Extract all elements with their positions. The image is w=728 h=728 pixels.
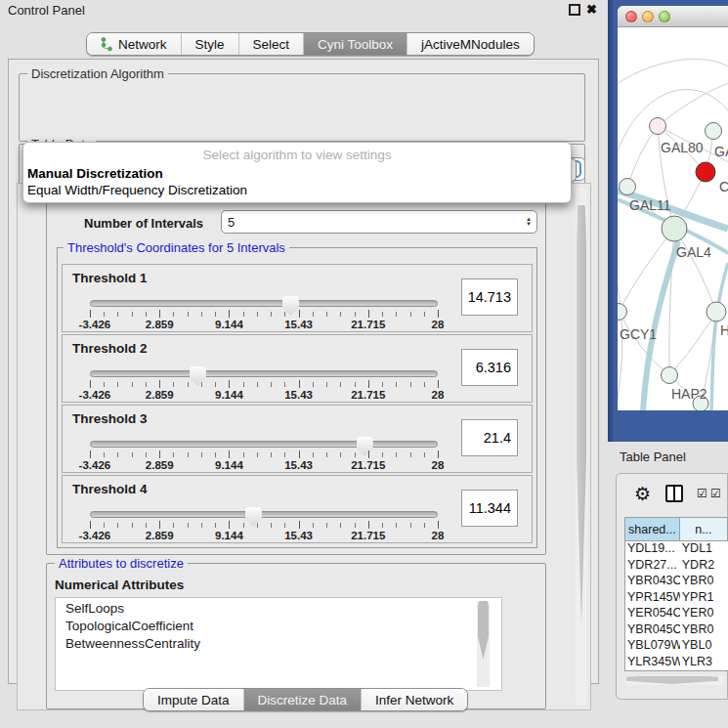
attributes-scrollbar[interactable]: [477, 601, 490, 687]
network-canvas[interactable]: GAL80 GA C GAL11 GAL4 GCY1 H HAP2: [618, 28, 728, 410]
control-panel: Control Panel ✖ Network Style Select Cyn…: [0, 0, 606, 728]
columns-icon[interactable]: [665, 485, 683, 502]
node-attribute-table: shared... n... YDL19...YDL1YDR27...YDR2Y…: [624, 517, 728, 671]
table-row[interactable]: YPR145WYPR1: [625, 590, 728, 607]
node[interactable]: [662, 367, 678, 384]
bottom-tab-bar: Impute Data Discretize Data Infer Networ…: [143, 688, 468, 711]
table-cell[interactable]: YLR3: [680, 655, 728, 671]
table-cell[interactable]: YDR27...: [625, 558, 680, 575]
tab-label: Select: [253, 37, 290, 52]
tick-label: -3.426: [79, 530, 111, 541]
slider-track[interactable]: [90, 370, 438, 377]
slider-track[interactable]: [90, 441, 438, 448]
table-cell[interactable]: YBR043C: [625, 574, 680, 590]
table-cell[interactable]: YDL19...: [625, 541, 680, 558]
mac-minimize-icon[interactable]: [642, 11, 654, 22]
close-icon[interactable]: ✖: [586, 4, 598, 16]
slider-track[interactable]: [90, 300, 438, 307]
attribute-list-item[interactable]: BetweennessCentrality: [65, 636, 501, 654]
slider-ticks: [90, 382, 438, 387]
major-tick: [159, 380, 160, 388]
table-row[interactable]: YBR045CYBR0: [625, 622, 728, 639]
threshold-slider[interactable]: -3.4262.8599.14415.4321.71528: [90, 366, 438, 400]
threshold-value-input[interactable]: [461, 419, 518, 456]
table-row[interactable]: YBL079WYBL0: [625, 638, 728, 655]
mac-close-icon[interactable]: [625, 11, 637, 22]
table-cell[interactable]: YPR1: [680, 590, 728, 607]
table-row[interactable]: YBR043CYBR0: [625, 574, 728, 590]
threshold-value-input[interactable]: [461, 490, 518, 527]
node[interactable]: [662, 216, 687, 241]
table-cell[interactable]: YIL0: [680, 670, 728, 671]
node-selected-red[interactable]: [696, 162, 715, 182]
table-cell[interactable]: YBR045C: [625, 622, 680, 639]
table-cell[interactable]: YER0: [680, 606, 728, 622]
top-tab-bar: Network Style Select Cyni Toolbox jActiv…: [86, 32, 535, 56]
settings-scrollbar[interactable]: [576, 188, 587, 706]
node[interactable]: [618, 304, 627, 321]
major-tick: [229, 310, 230, 318]
mac-zoom-icon[interactable]: [659, 11, 670, 22]
table-cell[interactable]: YLR345W: [625, 655, 680, 671]
threshold-value-input[interactable]: [461, 278, 518, 316]
column-header[interactable]: shared...: [625, 518, 680, 540]
major-tick: [299, 450, 300, 458]
checkbox-icon[interactable]: ☑: [697, 487, 707, 500]
node-label: GA: [714, 144, 728, 159]
gear-icon[interactable]: ⚙: [634, 483, 651, 505]
threshold-value-input[interactable]: [461, 349, 518, 386]
node[interactable]: [706, 123, 722, 140]
dropdown-option-manual-discretization[interactable]: Manual Discretization: [23, 165, 571, 182]
table-row[interactable]: YIL052CYIL0: [625, 670, 728, 671]
table-row[interactable]: YLR345WYLR3: [625, 655, 728, 671]
node[interactable]: [707, 302, 726, 321]
dropdown-option-equal-width-frequency[interactable]: Equal Width/Frequency Discretization: [23, 182, 571, 198]
table-cell[interactable]: YBR0: [680, 574, 728, 590]
tab-impute-data[interactable]: Impute Data: [144, 689, 244, 710]
table-cell[interactable]: YPR145W: [625, 590, 680, 607]
tab-jactivemnodules[interactable]: jActiveMNodules: [407, 33, 534, 55]
major-tick: [229, 521, 230, 529]
tab-label: Style: [195, 37, 225, 52]
table-cell[interactable]: YBL079W: [625, 638, 680, 655]
threshold-slider[interactable]: -3.4262.8599.14415.4321.71528: [90, 296, 438, 329]
node[interactable]: [650, 118, 666, 135]
table-row[interactable]: YDL19...YDL1: [625, 541, 728, 558]
attribute-list-item[interactable]: TopologicalCoefficient: [65, 619, 501, 636]
table-cell[interactable]: YIL052C: [625, 670, 680, 671]
numerical-attributes-list[interactable]: SelfLoopsTopologicalCoefficientBetweenne…: [55, 597, 502, 691]
scrollbar-thumb[interactable]: [577, 205, 586, 625]
tick-label: 21.715: [351, 530, 385, 541]
interval-definition-group: Interval Definition Number of Intervals …: [46, 192, 546, 555]
table-row[interactable]: YDR27...YDR2: [625, 558, 728, 575]
tab-discretize-data[interactable]: Discretize Data: [244, 689, 363, 710]
table-cell[interactable]: YDL1: [680, 541, 728, 558]
scrollbar-thumb[interactable]: [626, 676, 718, 684]
table-cell[interactable]: YBL0: [680, 638, 728, 655]
table-cell[interactable]: YDR2: [680, 558, 728, 575]
node[interactable]: [620, 179, 636, 195]
network-window-titlebar[interactable]: [618, 6, 728, 27]
network-window: GAL80 GA C GAL11 GAL4 GCY1 H HAP2: [618, 6, 728, 410]
table-cell[interactable]: YBR0: [680, 622, 728, 639]
tab-network[interactable]: Network: [87, 33, 182, 55]
number-of-intervals-combobox[interactable]: 5 ▲▼: [221, 210, 537, 234]
table-horizontal-scrollbar[interactable]: [624, 675, 726, 685]
tab-infer-network[interactable]: Infer Network: [362, 689, 467, 710]
dropdown-placeholder-option: Select algorithm to view settings: [23, 146, 571, 165]
threshold-slider[interactable]: -3.4262.8599.14415.4321.71528: [90, 437, 438, 470]
tab-cyni-toolbox[interactable]: Cyni Toolbox: [304, 33, 407, 55]
float-window-icon[interactable]: [569, 4, 580, 16]
attribute-list-item[interactable]: SelfLoops: [65, 601, 501, 619]
tab-select[interactable]: Select: [239, 33, 305, 55]
threshold-slider[interactable]: -3.4262.8599.14415.4321.71528: [90, 507, 438, 540]
node-label: C: [719, 179, 728, 194]
checkbox-icon[interactable]: ☑: [710, 487, 721, 500]
slider-track[interactable]: [90, 511, 438, 518]
table-row[interactable]: YER054CYER0: [625, 606, 728, 622]
node-label: GAL11: [629, 197, 671, 213]
tab-style[interactable]: Style: [182, 33, 239, 55]
scrollbar-thumb[interactable]: [478, 601, 489, 660]
table-cell[interactable]: YER054C: [625, 606, 680, 622]
column-header[interactable]: n...: [680, 518, 728, 540]
